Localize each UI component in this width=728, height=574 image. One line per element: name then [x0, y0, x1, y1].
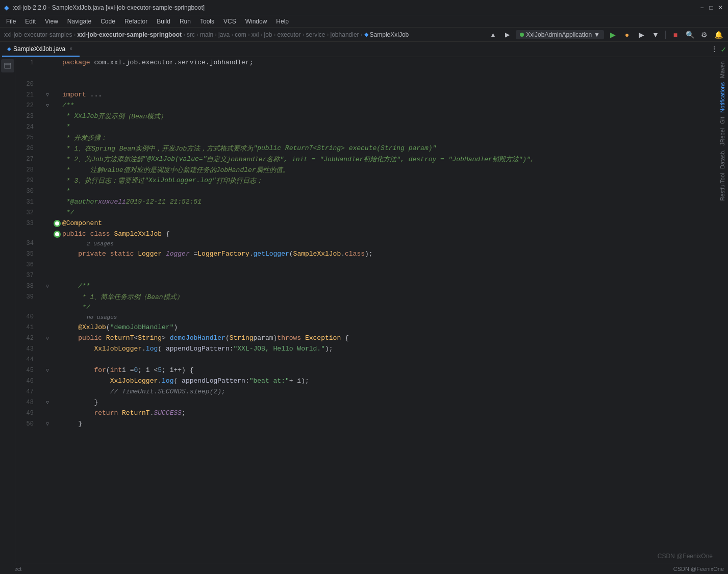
main-layout: 1 20 21 22 23 24 25 26 27 28 29 30 31 32… — [0, 57, 728, 574]
run-config[interactable]: XxlJobAdminApplication ▼ — [516, 30, 604, 39]
breadcrumb-executor-samples[interactable]: xxl-job-executor-samples — [4, 31, 72, 38]
status-right: CSDN @FeenixOne — [673, 566, 724, 572]
menu-navigate[interactable]: Navigate — [63, 17, 95, 26]
code-line-20 — [41, 79, 716, 89]
code-line-38: * 1、简单任务示例（Bean模式） — [41, 291, 716, 302]
linenum-34: 34 — [15, 238, 37, 248]
menu-vcs[interactable]: VCS — [219, 17, 240, 26]
menu-refactor[interactable]: Refactor — [120, 17, 152, 26]
breadcrumb-java[interactable]: java — [218, 31, 230, 38]
tab-actions: ⋮ ✓ — [709, 44, 726, 55]
linenum-1: 1 — [15, 57, 37, 68]
menu-edit[interactable]: Edit — [21, 17, 40, 26]
run-button[interactable]: ▶ — [607, 29, 618, 40]
menu-build[interactable]: Build — [153, 17, 174, 26]
breadcrumb-main[interactable]: main — [200, 31, 213, 38]
panel-git[interactable]: Git — [719, 115, 725, 126]
panel-maven[interactable]: Maven — [719, 59, 725, 80]
linenum-45: 45 — [15, 365, 37, 376]
linenum-30: 30 — [15, 186, 37, 196]
code-line-41: ▽ public ReturnT < String > demoJobHandl… — [41, 333, 716, 343]
breadcrumb-src[interactable]: src — [187, 31, 195, 38]
csdn-watermark-status: CSDN @FeenixOne — [673, 566, 724, 572]
menu-tools[interactable]: Tools — [196, 17, 218, 26]
linenum-37: 37 — [15, 270, 37, 281]
breadcrumb-executor[interactable]: executor — [277, 31, 300, 38]
breadcrumb-job[interactable]: job — [264, 31, 272, 38]
settings-button[interactable]: ⚙ — [698, 29, 710, 40]
title-bar: ◆ xxl-job-2.2.0 - SampleXxlJob.java [xxl… — [0, 0, 728, 15]
menu-file[interactable]: File — [2, 17, 20, 26]
panel-jrebel[interactable]: JRebel — [719, 126, 725, 147]
linenum-41: 41 — [15, 322, 37, 333]
breadcrumb-springboot[interactable]: xxl-job-executor-sample-springboot — [77, 31, 182, 38]
sidebar-project-icon[interactable] — [1, 59, 14, 72]
code-line-42: XxlJobLogger . log ( appendLogPattern : … — [41, 343, 716, 354]
breadcrumb-com[interactable]: com — [235, 31, 246, 38]
run-config-dot — [520, 33, 524, 37]
menu-code[interactable]: Code — [96, 17, 119, 26]
linenum-43: 43 — [15, 343, 37, 354]
code-line-blank1 — [41, 68, 716, 79]
code-line-28: * 3、执行日志：需要通过 "XxlJobLogger.log" 打印执行日志； — [41, 175, 716, 186]
code-line-27: * 注解value值对应的是调度中心新建任务的JobHandler属性的值。 — [41, 164, 716, 175]
menu-run[interactable]: Run — [175, 17, 195, 26]
code-line-1: package com.xxl.job.executor.service.job… — [41, 57, 716, 68]
tab-label: SampleXxlJob.java — [13, 45, 65, 53]
menu-bar: File Edit View Navigate Code Refactor Bu… — [0, 15, 728, 28]
linenum-48: 48 — [15, 397, 37, 408]
run-config-label: XxlJobAdminApplication — [526, 31, 592, 38]
menu-window[interactable]: Window — [241, 17, 271, 26]
breadcrumb-service[interactable]: service — [306, 31, 325, 38]
vcs-icon2[interactable]: ▶ — [501, 29, 513, 40]
linenum-32: 32 — [15, 207, 37, 218]
maximize-button[interactable]: □ — [708, 4, 715, 11]
checkmark-icon: ✓ — [721, 44, 726, 55]
title-bar-title: xxl-job-2.2.0 - SampleXxlJob.java [xxl-j… — [13, 4, 205, 11]
linenum-46: 46 — [15, 376, 37, 386]
search-everywhere-button[interactable]: 🔍 — [684, 29, 695, 40]
editor-container: 1 20 21 22 23 24 25 26 27 28 29 30 31 32… — [15, 57, 716, 574]
coverage-button[interactable]: ▶ — [636, 29, 647, 40]
vcs-icon[interactable]: ▲ — [487, 29, 498, 40]
breadcrumb-class[interactable]: ◆ SampleXxlJob — [364, 31, 409, 38]
linenum-25: 25 — [15, 132, 37, 143]
linenum-29: 29 — [15, 175, 37, 186]
breadcrumb-xxl[interactable]: xxl — [252, 31, 259, 38]
menu-help[interactable]: Help — [272, 17, 293, 26]
last-icon-button[interactable]: 🔔 — [713, 29, 724, 40]
code-line-43 — [41, 354, 716, 365]
usage-hint-method: no usages — [41, 313, 716, 322]
tab-more-button[interactable]: ⋮ — [709, 44, 720, 55]
close-button[interactable]: ✕ — [717, 4, 724, 11]
code-line-23: * — [41, 121, 716, 132]
panel-datasb[interactable]: Datasb. — [719, 147, 725, 171]
code-line-24: * 开发步骤： — [41, 132, 716, 143]
run-config-arrow: ▼ — [594, 31, 600, 38]
gutter-33 — [52, 231, 62, 238]
code-line-36 — [41, 270, 716, 281]
panel-notifications[interactable]: Notifications — [719, 80, 725, 115]
code-line-29: * — [41, 186, 716, 196]
panel-restful[interactable]: RestfulTool — [719, 171, 725, 203]
tab-samplexxljob[interactable]: ◆ SampleXxlJob.java × — [2, 42, 80, 57]
tab-close[interactable]: × — [67, 45, 74, 53]
more-button[interactable]: ▼ — [650, 29, 661, 40]
code-line-48: return ReturnT . SUCCESS ; — [41, 408, 716, 418]
code-line-32: @Component — [41, 218, 716, 229]
code-line-47: ▽ } — [41, 397, 716, 408]
linenum-28: 28 — [15, 164, 37, 175]
code-line-26: * 2、为Job方法添加注解 "@XxlJob(value="自定义jobhan… — [41, 154, 716, 164]
linenum-20: 20 — [15, 79, 37, 89]
debug-button[interactable]: ● — [621, 29, 633, 40]
breadcrumb-jobhandler[interactable]: jobhandler — [331, 31, 359, 38]
linenum-23: 23 — [15, 111, 37, 121]
linenum-blank — [15, 68, 37, 79]
menu-view[interactable]: View — [41, 17, 62, 26]
linenum-21: 21 — [15, 89, 37, 100]
bean-icon-32 — [54, 220, 61, 227]
stop-button[interactable]: ■ — [670, 29, 681, 40]
code-area[interactable]: package com.xxl.job.executor.service.job… — [41, 57, 716, 574]
linenum-22: 22 — [15, 100, 37, 111]
minimize-button[interactable]: − — [698, 4, 706, 11]
